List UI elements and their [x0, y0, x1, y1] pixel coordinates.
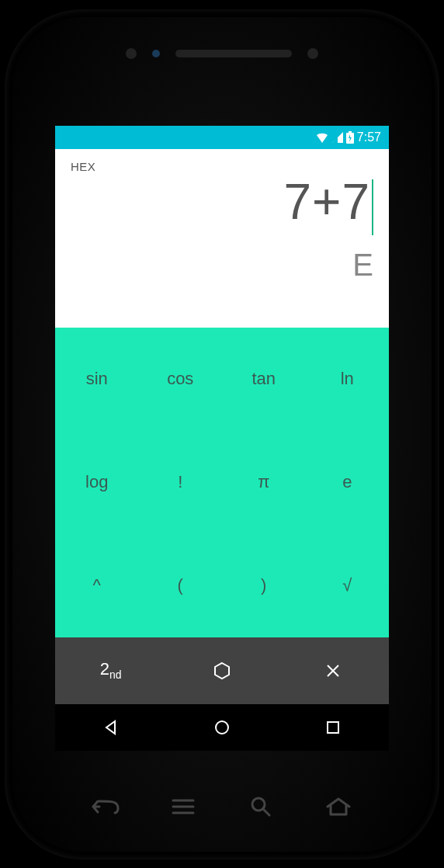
close-icon [325, 663, 341, 679]
hw-back-icon [92, 797, 120, 816]
phone-sensors [12, 48, 432, 59]
home-icon [213, 719, 231, 736]
close-button[interactable] [278, 637, 389, 704]
close-paren-key[interactable]: ) [222, 534, 306, 637]
android-status-bar[interactable]: 7:57 [55, 126, 389, 149]
hw-menu-button[interactable] [172, 798, 195, 818]
hw-search-icon [250, 796, 272, 818]
hw-menu-icon [172, 798, 195, 815]
battery-charging-icon [346, 131, 354, 144]
svg-point-2 [216, 721, 228, 734]
cos-key[interactable]: cos [139, 328, 223, 431]
log-key[interactable]: log [55, 431, 139, 534]
pi-key[interactable]: π [222, 431, 306, 534]
back-icon [102, 719, 120, 736]
second-function-key[interactable]: 2nd [55, 637, 166, 704]
hardware-buttons [67, 796, 377, 821]
sin-key[interactable]: sin [55, 328, 139, 431]
phone-hardware-frame: 7:57 HEX 7+7 E sin cos tan ln log ! π e [5, 9, 439, 859]
power-key[interactable]: ^ [55, 534, 139, 637]
text-cursor [372, 179, 373, 235]
hexagon-icon [213, 661, 231, 680]
proximity-sensor [152, 50, 160, 57]
mode-label[interactable]: HEX [71, 160, 373, 173]
hexagon-button[interactable] [166, 637, 277, 704]
expression-field[interactable]: 7+7 [71, 173, 373, 231]
recent-icon [325, 720, 341, 735]
svg-rect-1 [349, 131, 352, 133]
expression-text: 7+7 [283, 174, 370, 230]
hw-search-button[interactable] [250, 796, 272, 821]
open-paren-key[interactable]: ( [139, 534, 223, 637]
wifi-icon [315, 132, 329, 143]
function-keypad: sin cos tan ln log ! π e ^ ( ) √ [55, 328, 389, 637]
home-button[interactable] [166, 704, 277, 751]
back-button[interactable] [55, 704, 166, 751]
recent-apps-button[interactable] [278, 704, 389, 751]
hw-home-icon [326, 797, 351, 816]
android-navigation-bar [55, 704, 389, 751]
phone-bezel: 7:57 HEX 7+7 E sin cos tan ln log ! π e [12, 17, 432, 852]
front-camera [307, 48, 318, 59]
ln-key[interactable]: ln [306, 328, 390, 431]
e-key[interactable]: e [306, 431, 390, 534]
hw-back-button[interactable] [92, 797, 120, 819]
speaker-grille [175, 50, 292, 57]
tan-key[interactable]: tan [222, 328, 306, 431]
svg-rect-3 [328, 722, 338, 733]
sqrt-key[interactable]: √ [306, 534, 390, 637]
utility-bar: 2nd [55, 637, 389, 704]
hw-home-button[interactable] [326, 797, 351, 819]
calculator-display: HEX 7+7 E [55, 149, 389, 328]
status-time: 7:57 [357, 130, 381, 144]
phone-screen: 7:57 HEX 7+7 E sin cos tan ln log ! π e [55, 126, 389, 751]
factorial-key[interactable]: ! [139, 431, 223, 534]
signal-icon [332, 132, 343, 143]
result-display: E [71, 248, 373, 283]
camera-sensor [126, 48, 137, 59]
